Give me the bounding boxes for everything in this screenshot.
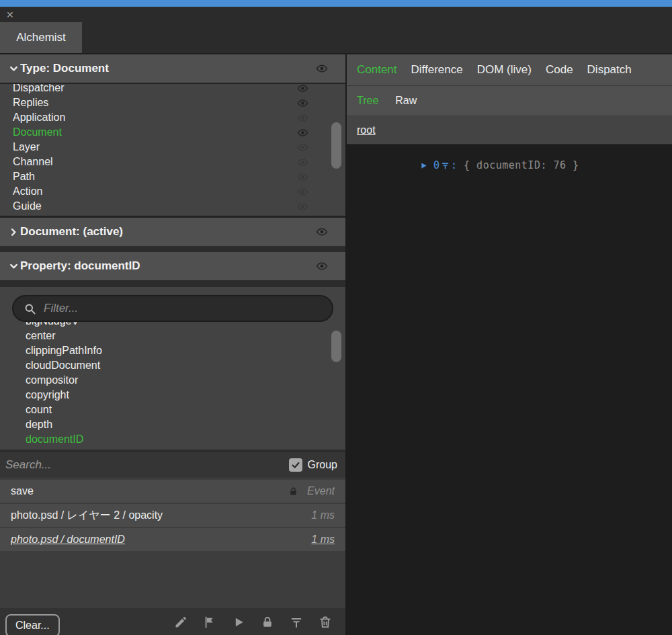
property-list-item-center[interactable]: center — [26, 329, 333, 343]
property-list-item-compositor[interactable]: compositor — [26, 373, 333, 388]
tab-content[interactable]: Content — [357, 63, 397, 77]
type-list-item-document[interactable]: Document — [13, 125, 345, 140]
event-list: saveEventphoto.psd / レイヤー 2 / opacity1 m… — [0, 478, 345, 608]
eye-icon[interactable] — [316, 226, 328, 238]
type-list-item-layer[interactable]: Layer — [13, 140, 345, 155]
section-divider — [0, 280, 345, 287]
flag-icon[interactable] — [203, 616, 216, 629]
left-panel: Type: Document DispatcherRepliesApplicat… — [0, 54, 345, 635]
tab-code[interactable]: Code — [546, 63, 573, 77]
lock-icon[interactable] — [261, 616, 274, 629]
pin-icon — [441, 161, 450, 170]
chevron-right-icon — [9, 227, 19, 237]
event-row[interactable]: photo.psd / レイヤー 2 / opacity1 ms — [0, 504, 345, 527]
content-tree: 0: { documentID: 76 } — [347, 144, 672, 635]
left-footer-toolbar: Clear... — [0, 608, 345, 635]
tree-key: 0: — [433, 159, 457, 171]
document-section-title: Document: (active) — [20, 225, 123, 239]
window-chrome: ✕ — [0, 7, 672, 22]
property-list-item-clouddocument[interactable]: cloudDocument — [26, 358, 333, 373]
subtab-tree[interactable]: Tree — [357, 95, 378, 107]
tab-difference[interactable]: Difference — [411, 63, 463, 77]
eye-icon[interactable] — [297, 84, 308, 94]
type-item-label: Dispatcher — [13, 84, 297, 94]
filter-input[interactable] — [44, 302, 322, 315]
type-list-item-path[interactable]: Path — [13, 169, 345, 184]
type-list-item-action[interactable]: Action — [13, 184, 345, 199]
type-item-label: Action — [13, 185, 297, 198]
type-list-item-guide[interactable]: Guide — [13, 199, 345, 214]
event-label: save — [11, 485, 288, 497]
tab-dom-live[interactable]: DOM (live) — [477, 63, 532, 77]
type-list-item-channel[interactable]: Channel — [13, 155, 345, 169]
pencil-icon[interactable] — [174, 616, 187, 629]
event-duration: Event — [307, 485, 335, 497]
eye-icon[interactable] — [297, 112, 308, 124]
play-icon[interactable] — [232, 616, 245, 629]
search-input[interactable] — [5, 458, 284, 472]
type-section-header[interactable]: Type: Document — [0, 54, 345, 83]
document-section-header[interactable]: Document: (active) — [0, 218, 345, 246]
lock-icon — [288, 486, 298, 497]
event-meta: Event — [288, 485, 335, 497]
property-list-item-bignudgev[interactable]: bigNudgeV — [26, 322, 333, 329]
property-list-item-documentid[interactable]: documentID — [26, 432, 333, 447]
scrollbar-thumb[interactable] — [331, 331, 341, 362]
tree-row[interactable]: 0: { documentID: 76 } — [420, 159, 672, 171]
chevron-down-icon — [9, 64, 19, 74]
section-divider — [0, 246, 345, 252]
clear-button[interactable]: Clear... — [5, 614, 60, 635]
event-row[interactable]: photo.psd / documentID1 ms — [0, 528, 345, 551]
window-accent-strip — [0, 0, 672, 7]
type-list-item-dispatcher[interactable]: Dispatcher — [13, 84, 345, 95]
subtab-raw[interactable]: Raw — [395, 95, 417, 107]
scrollbar-thumb[interactable] — [331, 122, 341, 169]
property-list-item-depth[interactable]: depth — [26, 417, 333, 432]
trash-icon[interactable] — [319, 616, 332, 629]
tree-value: { documentID: 76 } — [464, 159, 579, 171]
property-list-item-count[interactable]: count — [26, 403, 333, 417]
event-label: photo.psd / レイヤー 2 / opacity — [11, 509, 311, 523]
event-label: photo.psd / documentID — [11, 534, 311, 546]
property-list-item-fileinfo[interactable]: fileInfo — [26, 447, 333, 450]
expand-arrow-icon[interactable] — [420, 162, 427, 169]
property-area: bigNudgeVcenterclippingPathInfocloudDocu… — [0, 287, 345, 450]
main-area: Type: Document DispatcherRepliesApplicat… — [0, 54, 672, 635]
property-section-header[interactable]: Property: documentID — [0, 252, 345, 280]
eye-icon[interactable] — [297, 97, 308, 109]
type-list: DispatcherRepliesApplicationDocumentLaye… — [0, 84, 345, 216]
pin-icon[interactable] — [290, 616, 303, 629]
tab-alchemist[interactable]: Alchemist — [0, 22, 82, 53]
alchemist-app: ✕ Alchemist Type: Document DispatcherRep… — [0, 0, 672, 635]
panel-tabbar: Alchemist — [0, 22, 672, 54]
event-duration: 1 ms — [311, 509, 335, 521]
search-icon — [24, 302, 36, 315]
group-checkbox[interactable] — [289, 458, 302, 472]
breadcrumb-root[interactable]: root — [357, 124, 376, 136]
tab-dispatch[interactable]: Dispatch — [587, 63, 632, 77]
eye-icon[interactable] — [297, 142, 308, 153]
footer-tools — [174, 616, 340, 629]
eye-icon[interactable] — [297, 201, 308, 212]
eye-icon[interactable] — [297, 157, 308, 168]
type-item-label: Application — [13, 112, 297, 124]
eye-icon[interactable] — [297, 171, 308, 183]
eye-icon[interactable] — [316, 62, 328, 75]
right-panel: ContentDifferenceDOM (live)CodeDispatch … — [347, 54, 672, 635]
type-item-label: Channel — [13, 156, 297, 168]
property-list-item-clippingpathinfo[interactable]: clippingPathInfo — [26, 343, 333, 358]
type-section-title: Type: Document — [20, 62, 109, 75]
eye-icon[interactable] — [316, 260, 328, 272]
chevron-down-icon — [9, 261, 19, 271]
eye-icon[interactable] — [297, 186, 308, 198]
type-list-item-application[interactable]: Application — [13, 110, 345, 125]
event-search-row: Group — [0, 452, 345, 478]
group-label: Group — [308, 459, 337, 471]
filter-box — [12, 295, 333, 322]
property-list: bigNudgeVcenterclippingPathInfocloudDocu… — [12, 322, 333, 450]
type-list-item-replies[interactable]: Replies — [13, 95, 345, 110]
property-list-item-copyright[interactable]: copyright — [26, 388, 333, 403]
eye-icon[interactable] — [297, 127, 308, 138]
close-icon[interactable]: ✕ — [6, 10, 14, 19]
event-row[interactable]: saveEvent — [0, 480, 345, 503]
